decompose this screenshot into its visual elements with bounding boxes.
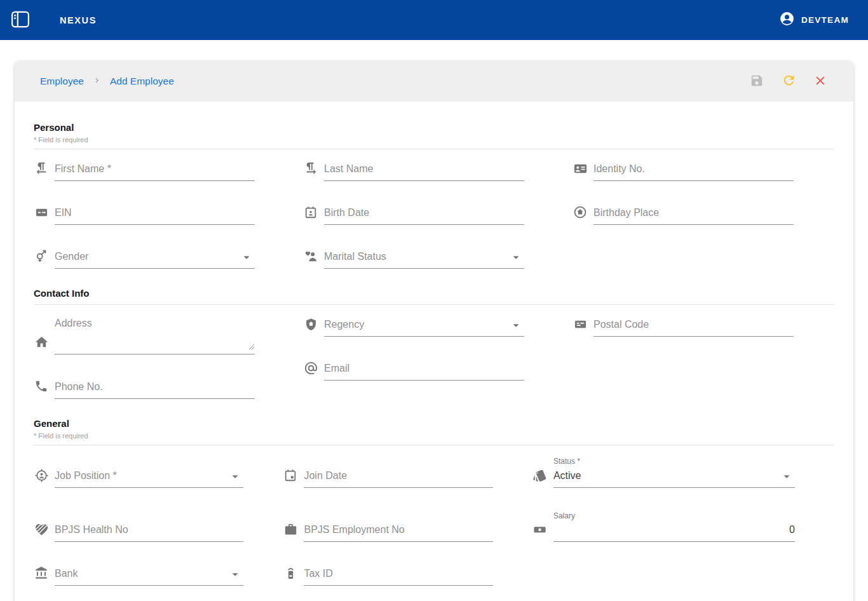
- sidebar-toggle-icon: [11, 11, 30, 30]
- last-name-input[interactable]: [324, 163, 524, 175]
- field-postal-code: [573, 316, 794, 337]
- contact-calendar-icon: [303, 205, 318, 220]
- shield-home-icon: [303, 316, 318, 332]
- ein-input[interactable]: [55, 207, 255, 219]
- home-icon: [34, 334, 49, 349]
- email-input[interactable]: [324, 363, 524, 374]
- refresh-icon: [782, 73, 796, 90]
- postal-code-input[interactable]: [593, 319, 794, 330]
- section-title: Contact Info: [34, 288, 834, 299]
- bpjs-health-no-input[interactable]: [55, 524, 243, 536]
- dropdown-arrow-icon: [509, 318, 523, 332]
- field-email: [303, 360, 524, 381]
- section-general: General * Field is required Job Position…: [34, 418, 834, 586]
- breadcrumb-employee-link[interactable]: Employee: [40, 76, 84, 87]
- event-calendar-icon: [283, 468, 298, 483]
- bank-select[interactable]: Bank: [55, 566, 243, 586]
- at-sign-icon: [303, 360, 318, 375]
- bpjs-employment-no-input[interactable]: [304, 524, 492, 536]
- section-title: General: [34, 418, 834, 429]
- required-note: * Field is required: [34, 432, 834, 440]
- section-divider: [34, 304, 834, 305]
- field-regency: Regency: [303, 316, 524, 337]
- field-last-name: [303, 161, 524, 181]
- section-divider: [34, 445, 834, 445]
- save-floppy-icon: [750, 74, 764, 90]
- dropdown-arrow-icon: [228, 469, 242, 483]
- first-name-input[interactable]: [55, 163, 255, 175]
- gender-select[interactable]: Gender: [55, 249, 255, 269]
- resize-handle-icon[interactable]: [248, 341, 255, 353]
- field-first-name: [34, 161, 255, 181]
- user-menu[interactable]: DEVTEAM: [779, 11, 849, 29]
- dropdown-arrow-icon: [780, 469, 794, 483]
- style-tags-icon: [532, 468, 548, 483]
- identity-card-icon: [573, 161, 588, 176]
- user-name: DEVTEAM: [801, 15, 849, 25]
- join-date-input[interactable]: [304, 470, 492, 482]
- birthday-place-input[interactable]: [593, 207, 794, 219]
- birth-date-input[interactable]: [324, 207, 524, 219]
- add-employee-card: Employee Add Employee: [15, 61, 853, 601]
- address-textarea[interactable]: [55, 318, 255, 346]
- field-birth-date: [303, 205, 524, 225]
- save-button[interactable]: [749, 74, 764, 89]
- field-bpjs-health-no: [34, 522, 243, 542]
- section-divider: [34, 149, 834, 149]
- postal-card-icon: [573, 316, 588, 332]
- contactless-card-icon: [283, 565, 298, 581]
- gender-symbol-icon: [34, 248, 49, 264]
- home-circle-icon: [573, 205, 588, 220]
- bank-building-icon: [34, 565, 49, 581]
- card-toolbar: [749, 74, 828, 89]
- person-target-icon: [34, 468, 49, 483]
- field-identity-no: [573, 161, 794, 181]
- field-status: Status * Active: [532, 457, 795, 488]
- field-marital-status: Marital Status: [303, 248, 524, 269]
- phone-icon: [34, 379, 49, 394]
- field-address: [34, 316, 255, 355]
- card-lines-icon: [34, 205, 49, 220]
- field-phone-no: [34, 379, 255, 399]
- card-header: Employee Add Employee: [15, 61, 853, 102]
- cash-icon: [532, 522, 548, 537]
- section-contact-info: Contact Info: [34, 288, 834, 399]
- dropdown-arrow-icon: [240, 250, 254, 264]
- phone-no-input[interactable]: [55, 381, 255, 393]
- field-tax-id: [283, 565, 492, 586]
- field-birthday-place: [573, 205, 794, 225]
- regency-select[interactable]: Regency: [324, 317, 524, 337]
- status-select[interactable]: Active: [553, 468, 795, 488]
- chevron-right-icon: [92, 76, 102, 88]
- close-x-icon: [813, 74, 827, 90]
- briefcase-icon: [283, 522, 298, 537]
- refresh-button[interactable]: [781, 74, 796, 89]
- tax-id-input[interactable]: [304, 568, 492, 579]
- app-topbar: NEXUS DEVTEAM: [0, 0, 868, 40]
- breadcrumb-add-employee[interactable]: Add Employee: [110, 76, 174, 87]
- field-job-position: Job Position *: [34, 468, 243, 488]
- section-title: Personal: [34, 122, 834, 133]
- close-button[interactable]: [813, 74, 828, 89]
- field-bank: Bank: [34, 565, 243, 586]
- field-salary: Salary: [532, 511, 795, 542]
- identity-no-input[interactable]: [593, 163, 794, 175]
- sidebar-toggle-button[interactable]: [8, 8, 33, 33]
- marital-status-select[interactable]: Marital Status: [324, 249, 524, 269]
- field-ein: [34, 205, 255, 225]
- field-gender: Gender: [34, 248, 255, 269]
- dropdown-arrow-icon: [509, 250, 523, 264]
- field-join-date: [283, 468, 492, 488]
- app-brand: NEXUS: [60, 15, 97, 25]
- dropdown-arrow-icon: [228, 567, 242, 581]
- heart-person-icon: [303, 248, 318, 264]
- status-label: Status *: [553, 457, 795, 466]
- format-textdirection-rtl-icon: [34, 161, 49, 176]
- job-position-select[interactable]: Job Position *: [55, 468, 243, 488]
- field-bpjs-employment-no: [283, 522, 492, 542]
- striped-heart-icon: [34, 522, 49, 537]
- account-circle-icon: [779, 11, 795, 29]
- salary-input[interactable]: [553, 524, 795, 536]
- required-note: * Field is required: [34, 136, 834, 144]
- salary-label: Salary: [553, 511, 795, 520]
